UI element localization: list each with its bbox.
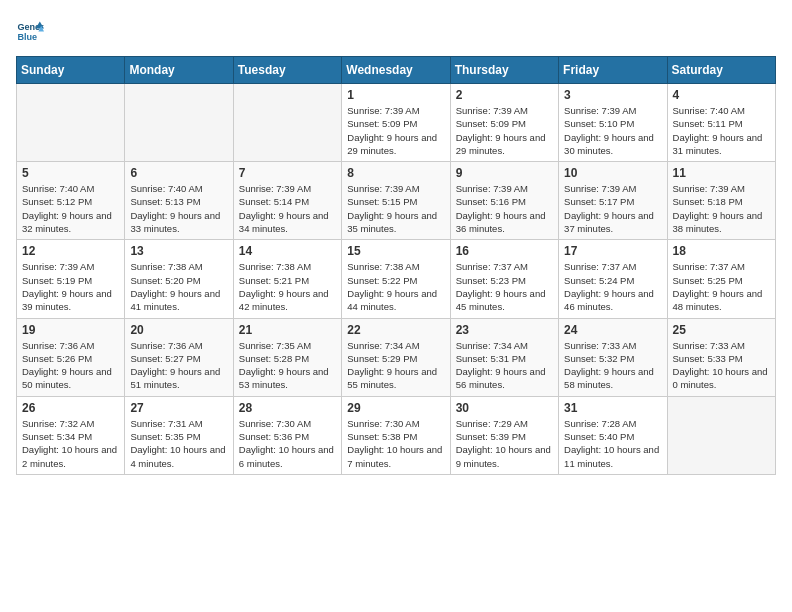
- calendar-cell: 27Sunrise: 7:31 AMSunset: 5:35 PMDayligh…: [125, 396, 233, 474]
- day-info: Sunrise: 7:37 AMSunset: 5:25 PMDaylight:…: [673, 260, 770, 313]
- day-number: 31: [564, 401, 661, 415]
- day-number: 16: [456, 244, 553, 258]
- calendar-cell: [667, 396, 775, 474]
- day-number: 4: [673, 88, 770, 102]
- day-info: Sunrise: 7:39 AMSunset: 5:19 PMDaylight:…: [22, 260, 119, 313]
- logo: General Blue: [16, 16, 48, 44]
- calendar-cell: 4Sunrise: 7:40 AMSunset: 5:11 PMDaylight…: [667, 84, 775, 162]
- calendar-cell: 16Sunrise: 7:37 AMSunset: 5:23 PMDayligh…: [450, 240, 558, 318]
- calendar-week: 26Sunrise: 7:32 AMSunset: 5:34 PMDayligh…: [17, 396, 776, 474]
- calendar-cell: 24Sunrise: 7:33 AMSunset: 5:32 PMDayligh…: [559, 318, 667, 396]
- day-number: 19: [22, 323, 119, 337]
- day-number: 29: [347, 401, 444, 415]
- day-number: 28: [239, 401, 336, 415]
- calendar-cell: 25Sunrise: 7:33 AMSunset: 5:33 PMDayligh…: [667, 318, 775, 396]
- day-info: Sunrise: 7:40 AMSunset: 5:11 PMDaylight:…: [673, 104, 770, 157]
- day-info: Sunrise: 7:37 AMSunset: 5:23 PMDaylight:…: [456, 260, 553, 313]
- calendar-cell: 8Sunrise: 7:39 AMSunset: 5:15 PMDaylight…: [342, 162, 450, 240]
- day-number: 24: [564, 323, 661, 337]
- calendar-cell: 3Sunrise: 7:39 AMSunset: 5:10 PMDaylight…: [559, 84, 667, 162]
- day-number: 9: [456, 166, 553, 180]
- day-number: 22: [347, 323, 444, 337]
- day-info: Sunrise: 7:28 AMSunset: 5:40 PMDaylight:…: [564, 417, 661, 470]
- calendar-cell: 1Sunrise: 7:39 AMSunset: 5:09 PMDaylight…: [342, 84, 450, 162]
- day-info: Sunrise: 7:39 AMSunset: 5:10 PMDaylight:…: [564, 104, 661, 157]
- day-info: Sunrise: 7:31 AMSunset: 5:35 PMDaylight:…: [130, 417, 227, 470]
- svg-text:Blue: Blue: [17, 32, 37, 42]
- calendar-cell: 22Sunrise: 7:34 AMSunset: 5:29 PMDayligh…: [342, 318, 450, 396]
- calendar-week: 19Sunrise: 7:36 AMSunset: 5:26 PMDayligh…: [17, 318, 776, 396]
- page-header: General Blue: [16, 16, 776, 44]
- day-info: Sunrise: 7:33 AMSunset: 5:33 PMDaylight:…: [673, 339, 770, 392]
- day-info: Sunrise: 7:36 AMSunset: 5:27 PMDaylight:…: [130, 339, 227, 392]
- calendar-cell: 29Sunrise: 7:30 AMSunset: 5:38 PMDayligh…: [342, 396, 450, 474]
- day-info: Sunrise: 7:36 AMSunset: 5:26 PMDaylight:…: [22, 339, 119, 392]
- day-number: 25: [673, 323, 770, 337]
- weekday-header: Thursday: [450, 57, 558, 84]
- calendar-cell: 9Sunrise: 7:39 AMSunset: 5:16 PMDaylight…: [450, 162, 558, 240]
- day-info: Sunrise: 7:39 AMSunset: 5:17 PMDaylight:…: [564, 182, 661, 235]
- calendar-week: 5Sunrise: 7:40 AMSunset: 5:12 PMDaylight…: [17, 162, 776, 240]
- day-number: 14: [239, 244, 336, 258]
- calendar-cell: 7Sunrise: 7:39 AMSunset: 5:14 PMDaylight…: [233, 162, 341, 240]
- day-number: 11: [673, 166, 770, 180]
- day-info: Sunrise: 7:38 AMSunset: 5:21 PMDaylight:…: [239, 260, 336, 313]
- weekday-header: Tuesday: [233, 57, 341, 84]
- day-number: 6: [130, 166, 227, 180]
- weekday-header: Friday: [559, 57, 667, 84]
- day-number: 27: [130, 401, 227, 415]
- calendar-cell: 10Sunrise: 7:39 AMSunset: 5:17 PMDayligh…: [559, 162, 667, 240]
- calendar-week: 12Sunrise: 7:39 AMSunset: 5:19 PMDayligh…: [17, 240, 776, 318]
- day-info: Sunrise: 7:38 AMSunset: 5:20 PMDaylight:…: [130, 260, 227, 313]
- calendar-cell: 17Sunrise: 7:37 AMSunset: 5:24 PMDayligh…: [559, 240, 667, 318]
- calendar-cell: 30Sunrise: 7:29 AMSunset: 5:39 PMDayligh…: [450, 396, 558, 474]
- calendar-cell: [125, 84, 233, 162]
- day-info: Sunrise: 7:39 AMSunset: 5:16 PMDaylight:…: [456, 182, 553, 235]
- calendar-cell: 31Sunrise: 7:28 AMSunset: 5:40 PMDayligh…: [559, 396, 667, 474]
- calendar-cell: 28Sunrise: 7:30 AMSunset: 5:36 PMDayligh…: [233, 396, 341, 474]
- day-info: Sunrise: 7:35 AMSunset: 5:28 PMDaylight:…: [239, 339, 336, 392]
- calendar-header: SundayMondayTuesdayWednesdayThursdayFrid…: [17, 57, 776, 84]
- weekday-header: Saturday: [667, 57, 775, 84]
- day-info: Sunrise: 7:30 AMSunset: 5:36 PMDaylight:…: [239, 417, 336, 470]
- calendar-cell: 26Sunrise: 7:32 AMSunset: 5:34 PMDayligh…: [17, 396, 125, 474]
- day-number: 2: [456, 88, 553, 102]
- weekday-header: Monday: [125, 57, 233, 84]
- day-info: Sunrise: 7:30 AMSunset: 5:38 PMDaylight:…: [347, 417, 444, 470]
- day-number: 5: [22, 166, 119, 180]
- day-info: Sunrise: 7:39 AMSunset: 5:09 PMDaylight:…: [347, 104, 444, 157]
- day-number: 1: [347, 88, 444, 102]
- day-number: 30: [456, 401, 553, 415]
- logo-icon: General Blue: [16, 16, 44, 44]
- day-info: Sunrise: 7:32 AMSunset: 5:34 PMDaylight:…: [22, 417, 119, 470]
- day-info: Sunrise: 7:39 AMSunset: 5:14 PMDaylight:…: [239, 182, 336, 235]
- calendar-cell: 2Sunrise: 7:39 AMSunset: 5:09 PMDaylight…: [450, 84, 558, 162]
- calendar-cell: 21Sunrise: 7:35 AMSunset: 5:28 PMDayligh…: [233, 318, 341, 396]
- day-number: 21: [239, 323, 336, 337]
- day-number: 18: [673, 244, 770, 258]
- weekday-header: Sunday: [17, 57, 125, 84]
- calendar-cell: 14Sunrise: 7:38 AMSunset: 5:21 PMDayligh…: [233, 240, 341, 318]
- day-number: 8: [347, 166, 444, 180]
- calendar-cell: [233, 84, 341, 162]
- day-number: 20: [130, 323, 227, 337]
- day-info: Sunrise: 7:38 AMSunset: 5:22 PMDaylight:…: [347, 260, 444, 313]
- day-number: 13: [130, 244, 227, 258]
- day-number: 7: [239, 166, 336, 180]
- day-number: 26: [22, 401, 119, 415]
- calendar-body: 1Sunrise: 7:39 AMSunset: 5:09 PMDaylight…: [17, 84, 776, 475]
- calendar-cell: 23Sunrise: 7:34 AMSunset: 5:31 PMDayligh…: [450, 318, 558, 396]
- day-number: 10: [564, 166, 661, 180]
- calendar-cell: 13Sunrise: 7:38 AMSunset: 5:20 PMDayligh…: [125, 240, 233, 318]
- calendar-cell: [17, 84, 125, 162]
- day-info: Sunrise: 7:40 AMSunset: 5:13 PMDaylight:…: [130, 182, 227, 235]
- calendar-cell: 6Sunrise: 7:40 AMSunset: 5:13 PMDaylight…: [125, 162, 233, 240]
- day-info: Sunrise: 7:37 AMSunset: 5:24 PMDaylight:…: [564, 260, 661, 313]
- day-info: Sunrise: 7:39 AMSunset: 5:18 PMDaylight:…: [673, 182, 770, 235]
- calendar-cell: 15Sunrise: 7:38 AMSunset: 5:22 PMDayligh…: [342, 240, 450, 318]
- day-info: Sunrise: 7:39 AMSunset: 5:15 PMDaylight:…: [347, 182, 444, 235]
- calendar-cell: 18Sunrise: 7:37 AMSunset: 5:25 PMDayligh…: [667, 240, 775, 318]
- day-info: Sunrise: 7:39 AMSunset: 5:09 PMDaylight:…: [456, 104, 553, 157]
- day-info: Sunrise: 7:40 AMSunset: 5:12 PMDaylight:…: [22, 182, 119, 235]
- day-info: Sunrise: 7:34 AMSunset: 5:31 PMDaylight:…: [456, 339, 553, 392]
